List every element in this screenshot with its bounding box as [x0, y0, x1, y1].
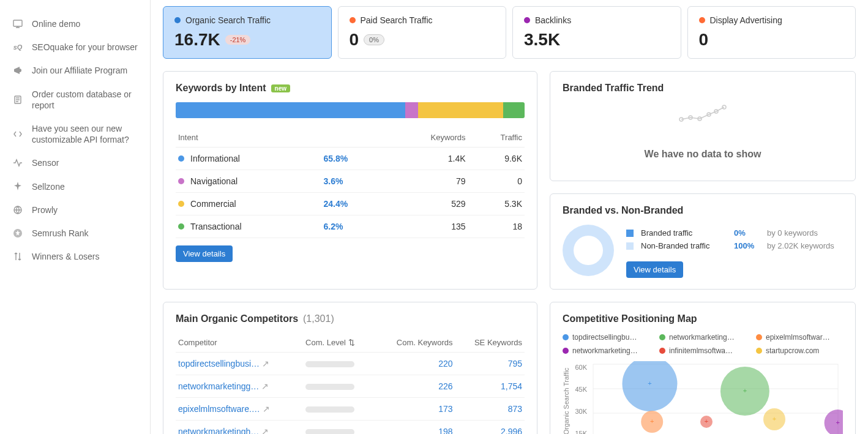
metric-value: 16.7K: [174, 30, 220, 50]
com-keywords[interactable]: 226: [438, 381, 452, 391]
sidebar-item-label: Semrush Rank: [32, 228, 89, 239]
intent-name: Navigational: [190, 176, 238, 186]
arrows-icon: [12, 251, 23, 262]
com-keywords[interactable]: 173: [438, 404, 452, 414]
competitor-name[interactable]: epixelmlmsoftware.…: [178, 404, 260, 414]
sort-desc-icon: ⇅: [348, 338, 355, 347]
intent-segment: [405, 102, 418, 118]
legend-label: infinitemlmsoftwa…: [669, 346, 733, 355]
table-row: networkmarketingh…↗ 198 2,996: [176, 421, 525, 435]
se-keywords[interactable]: 2,996: [501, 427, 522, 434]
positioning-legend: topdirectsellingbu…networkmarketing…epix…: [563, 333, 843, 355]
th-traffic: Traffic: [468, 128, 525, 148]
table-row: Informational 65.8% 1.4K 9.6K: [176, 148, 525, 170]
positioning-chart: 60K 45K 30K 15K ++++++: [570, 361, 843, 434]
svg-text:+: +: [773, 415, 776, 422]
sidebar-item-sellzone[interactable]: Sellzone: [0, 175, 150, 198]
dot-icon: [659, 348, 665, 354]
sidebar-item-database[interactable]: Order custom database or report: [0, 83, 150, 117]
com-keywords[interactable]: 220: [438, 359, 452, 369]
competitor-name[interactable]: networkmarketingh…: [178, 427, 259, 434]
dot-icon: [756, 348, 762, 354]
intent-segment: [176, 102, 405, 118]
metric-card[interactable]: Organic Search Traffic 16.7K-21%: [163, 6, 332, 59]
legend-item: networkmarketing…: [563, 346, 648, 355]
ytick: 45K: [575, 386, 587, 393]
legend-item: startupcrow.com: [756, 346, 842, 355]
sidebar-item-rank[interactable]: Semrush Rank: [0, 222, 150, 245]
sidebar-item-label: Sensor: [32, 157, 59, 168]
svg-rect-0: [13, 20, 22, 26]
panels-row-1: Keywords by Intent new Intent Keywords T…: [163, 71, 856, 290]
th-level[interactable]: Com. Level⇅: [303, 333, 375, 353]
code-icon: [12, 129, 23, 140]
panel-title: Competitive Positioning Map: [563, 313, 843, 324]
intent-name: Transactional: [190, 222, 242, 231]
competitor-name[interactable]: networkmarketingg…: [178, 381, 259, 391]
th-keywords: Keywords: [383, 128, 468, 148]
metric-card[interactable]: Paid Search Traffic 00%: [338, 6, 507, 59]
donut-chart: [563, 225, 614, 276]
table-row: Transactional 6.2% 135 18: [176, 215, 525, 238]
dot-icon: [756, 334, 762, 340]
sidebar-item-affiliate[interactable]: Join our Affiliate Program: [0, 59, 150, 82]
globe-icon: [12, 204, 23, 215]
sidebar-item-seoquake[interactable]: sQ SEOquake for your browser: [0, 36, 150, 59]
branded-vs-panel: Branded vs. Non-Branded Branded traffic …: [550, 193, 856, 290]
sidebar-item-label: Order custom database or report: [32, 89, 138, 111]
intent-pct: 6.2%: [321, 215, 383, 238]
metric-title-text: Paid Search Traffic: [361, 15, 433, 25]
new-badge: new: [271, 84, 290, 92]
legend-item: epixelmlmsoftwar…: [756, 333, 842, 342]
sq-icon: sQ: [12, 42, 23, 53]
metric-delta: 0%: [364, 34, 384, 45]
legend-item: topdirectsellingbu…: [563, 333, 648, 342]
sidebar-item-sensor[interactable]: Sensor: [0, 151, 150, 174]
table-row: networkmarketingg…↗ 226 1,754: [176, 375, 525, 398]
sidebar-item-api[interactable]: Have you seen our new customizable API f…: [0, 117, 150, 151]
legend-label: startupcrow.com: [766, 346, 819, 355]
external-link-icon[interactable]: ↗: [261, 381, 269, 391]
panel-title-text: Competitive Positioning Map: [563, 313, 697, 324]
external-link-icon[interactable]: ↗: [261, 427, 269, 434]
th-comkw: Com. Keywords: [375, 333, 455, 353]
sidebar-item-prowly[interactable]: Prowly: [0, 198, 150, 222]
com-keywords[interactable]: 198: [438, 427, 452, 434]
metric-card[interactable]: Backlinks 3.5K: [512, 6, 681, 59]
table-row: Commercial 24.4% 529 5.3K: [176, 193, 525, 215]
sidebar-item-winners[interactable]: Winners & Losers: [0, 245, 150, 268]
pulse-icon: [12, 157, 23, 168]
metric-value: 3.5K: [524, 30, 560, 50]
external-link-icon[interactable]: ↗: [262, 359, 269, 369]
external-link-icon[interactable]: ↗: [263, 404, 270, 414]
svg-text:+: +: [836, 419, 839, 426]
competitor-name[interactable]: topdirectsellingbusi…: [178, 359, 260, 369]
level-bar: [305, 429, 354, 434]
svg-text:+: +: [650, 417, 654, 425]
metric-card[interactable]: Display Advertising 0: [687, 6, 856, 59]
view-details-button[interactable]: View details: [176, 245, 233, 262]
sidebar: Online demo sQ SEOquake for your browser…: [0, 0, 151, 434]
legend-label: epixelmlmsoftwar…: [766, 333, 830, 342]
se-keywords[interactable]: 873: [508, 404, 522, 414]
se-keywords[interactable]: 795: [508, 359, 522, 369]
brand-row: Non-Branded traffic 100% by 2.02K keywor…: [626, 241, 843, 250]
se-keywords[interactable]: 1,754: [501, 381, 522, 391]
panel-title-text: Branded vs. Non-Branded: [563, 205, 683, 216]
legend-label: networkmarketing…: [669, 333, 735, 342]
sidebar-item-label: Winners & Losers: [32, 251, 99, 262]
panels-row-2: Main Organic Competitors (1,301) Competi…: [163, 302, 856, 434]
dot-icon: [699, 17, 705, 23]
metric-title-text: Backlinks: [535, 15, 571, 25]
dot-icon: [174, 17, 181, 23]
view-details-button[interactable]: View details: [626, 261, 683, 278]
panel-title: Keywords by Intent new: [176, 83, 525, 94]
intent-traffic: 18: [468, 215, 525, 238]
sidebar-item-online-demo[interactable]: Online demo: [0, 12, 150, 36]
legend-label: networkmarketing…: [572, 346, 638, 355]
panel-title-text: Branded Traffic Trend: [563, 83, 664, 94]
square-icon: [626, 230, 634, 237]
intent-keywords: 529: [383, 193, 468, 215]
intent-pct: 3.6%: [321, 170, 383, 193]
th-competitor: Competitor: [176, 333, 303, 353]
